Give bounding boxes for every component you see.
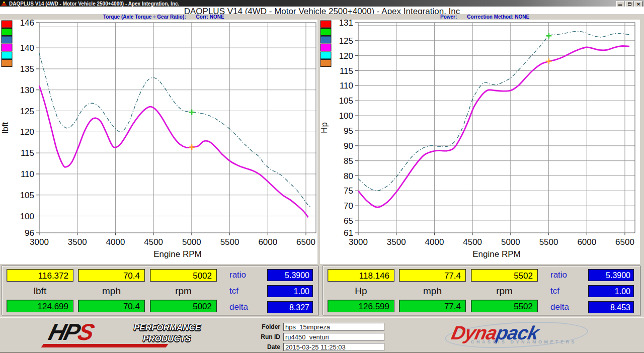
ratio-label: ratio: [229, 270, 265, 280]
folder-input[interactable]: [283, 323, 384, 331]
footer: HPS PERFORMANCE PRODUCTS Folder Run ID D…: [0, 317, 644, 353]
run-id-input[interactable]: [283, 333, 384, 341]
rpm-unit-label: rpm: [150, 284, 217, 297]
date-input[interactable]: [283, 343, 384, 351]
power-header-correction: Correction Method: NONE: [467, 14, 529, 20]
legend-swatch: [320, 52, 331, 59]
svg-text:115: 115: [21, 148, 34, 158]
gridlines: [358, 23, 635, 233]
y-axis-title: Hp: [319, 122, 329, 133]
legend-swatch: [2, 44, 12, 51]
svg-text:140: 140: [20, 43, 34, 53]
svg-text:85: 85: [344, 156, 353, 166]
svg-text:3500: 3500: [387, 237, 406, 247]
cursor-marker: [546, 33, 551, 39]
svg-text:6000: 6000: [577, 237, 596, 247]
tcf-label: tcf: [229, 286, 265, 296]
ratio-value: 5.3900: [267, 269, 313, 281]
delta-label: delta: [229, 302, 265, 312]
legend-swatch: [320, 44, 331, 51]
speed-reference-value: 70.4: [78, 300, 145, 312]
svg-text:4500: 4500: [144, 237, 163, 247]
axis-ticks: [355, 23, 625, 235]
svg-text:95: 95: [344, 126, 353, 136]
restore-icon: [628, 3, 631, 6]
tcf-label: tcf: [550, 286, 586, 296]
svg-text:5500: 5500: [539, 237, 558, 247]
minimize-icon: [618, 5, 622, 6]
daqplus-window: DAQPLUS V14 (4WD - Motor Vehicle 2500+40…: [0, 0, 644, 353]
hps-word-performance: PERFORMANCE: [134, 322, 201, 333]
rpm-reference-value: 5502: [471, 300, 538, 312]
delta-value: 8.327: [267, 301, 313, 313]
svg-text:105: 105: [339, 96, 353, 106]
torque-unit-label: lbft: [7, 284, 73, 297]
dynapack-subtitle: CHASSIS DYNAMOMETERS: [471, 339, 577, 344]
power-unit-label: Hp: [328, 284, 394, 297]
delta-label: delta: [550, 302, 586, 312]
power-header-label: Power:: [440, 14, 457, 20]
svg-text:3500: 3500: [68, 237, 87, 247]
date-label: Date: [254, 343, 283, 350]
speed-current-value: 70.4: [78, 269, 145, 282]
hps-logo: HPS PERFORMANCE PRODUCTS: [35, 321, 231, 350]
current-run-hp-curve: [358, 46, 629, 207]
power-reference-value: 126.599: [328, 300, 394, 312]
svg-text:3000: 3000: [349, 237, 368, 247]
reference-run-hp-curve: [358, 31, 630, 191]
gridlines: [39, 23, 316, 233]
speed-unit-label: mph: [78, 284, 145, 297]
svg-text:125: 125: [20, 107, 34, 116]
svg-text:5000: 5000: [182, 237, 201, 247]
legend-swatch: [2, 36, 12, 43]
legend-swatches: [2, 21, 12, 67]
svg-text:65: 65: [344, 216, 353, 226]
ratio-value: 5.3900: [588, 269, 634, 281]
run-id-row: Run ID: [254, 332, 384, 342]
legend-swatch: [2, 52, 12, 59]
legend-swatch: [320, 36, 331, 43]
dynapack-logo: Dynapack CHASSIS DYNAMOMETERS: [439, 320, 595, 350]
chart-headers: Torque (Axle Torque ÷ Gear Ratio):Corr: …: [0, 14, 644, 20]
window-title: DAQPLUS V14 (4WD - Motor Vehicle 2500+40…: [9, 1, 179, 7]
power-current-value: 118.146: [328, 269, 394, 282]
svg-text:6000: 6000: [258, 237, 277, 247]
svg-text:61: 61: [344, 228, 353, 238]
x-axis-title: Engine RPM: [153, 249, 201, 259]
power-chart: 1311251201151101051009590858075706561300…: [319, 20, 644, 264]
page-title: DAQPLUS V14 (4WD - Motor Vehicle 2500+40…: [0, 7, 644, 14]
svg-text:5000: 5000: [501, 237, 520, 247]
svg-text:5500: 5500: [220, 237, 239, 247]
speed-unit-label: mph: [399, 284, 466, 297]
svg-text:100: 100: [20, 212, 34, 221]
tcf-value: 1.00: [588, 285, 634, 297]
x-axis-title: Engine RPM: [472, 249, 520, 259]
svg-text:75: 75: [344, 186, 353, 196]
svg-text:146: 146: [20, 20, 34, 28]
svg-text:4500: 4500: [463, 237, 482, 247]
svg-text:135: 135: [20, 64, 34, 74]
y-axis-title: lbft: [1, 122, 10, 133]
chart-divider: [317, 20, 320, 264]
svg-text:115: 115: [340, 66, 353, 76]
run-id-label: Run ID: [254, 333, 283, 340]
readouts-band: 116.372 70.4 5002 lbft mph rpm 124.699 7…: [0, 264, 644, 317]
legend-swatch: [320, 60, 331, 67]
svg-text:6500: 6500: [615, 237, 634, 247]
hps-logo-letters: HPS: [46, 319, 96, 344]
plot-border: [39, 23, 316, 233]
svg-text:90: 90: [344, 141, 353, 151]
cursor-marker: [189, 110, 195, 115]
plot-border: [358, 23, 635, 233]
rpm-current-value: 5002: [150, 269, 217, 282]
svg-text:125: 125: [339, 36, 353, 46]
rpm-reference-value: 5002: [150, 300, 217, 312]
right-margin: [640, 20, 644, 264]
svg-text:100: 100: [339, 111, 353, 121]
legend-swatch: [2, 21, 12, 28]
run-info-fields: Folder Run ID Date: [254, 322, 384, 352]
legend-swatches: [320, 21, 331, 67]
delta-value: 8.453: [588, 301, 634, 313]
cursor-marker: [546, 58, 551, 64]
torque-header-label: Torque (Axle Torque ÷ Gear Ratio):: [103, 14, 186, 20]
